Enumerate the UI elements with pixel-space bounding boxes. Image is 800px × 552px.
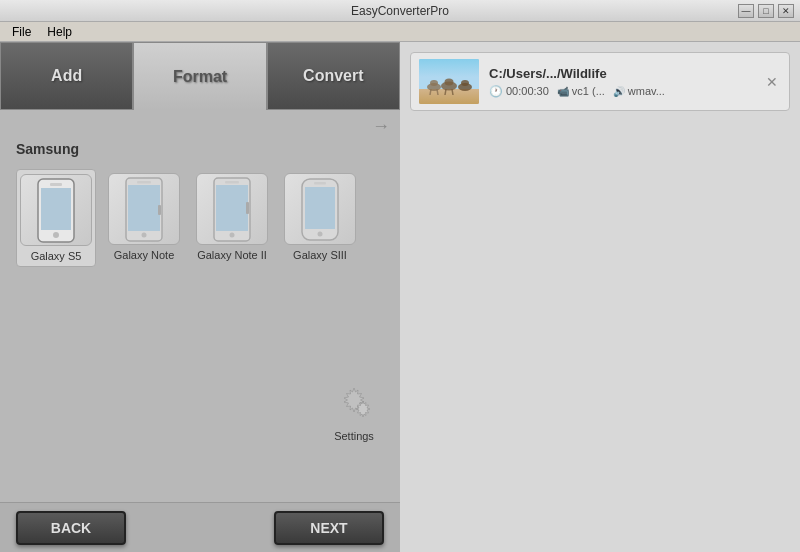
file-close-button[interactable]: ✕ (763, 73, 781, 91)
svg-point-11 (230, 232, 235, 237)
svg-rect-1 (41, 188, 71, 230)
svg-rect-17 (314, 182, 326, 185)
svg-point-2 (53, 232, 59, 238)
right-panel: C:/Users/.../Wildlife 🕐 00:00:30 📹 vc1 (… (400, 42, 800, 552)
device-galaxy-note-label: Galaxy Note (114, 249, 175, 261)
svg-rect-5 (128, 185, 160, 231)
next-button[interactable]: NEXT (274, 511, 384, 545)
galaxy-note-image (124, 177, 164, 242)
settings-label: Settings (334, 430, 374, 442)
svg-rect-15 (305, 187, 335, 229)
settings-area: Settings (0, 271, 400, 502)
device-galaxy-note-ii[interactable]: Galaxy Note II (192, 169, 272, 267)
svg-point-23 (430, 80, 438, 86)
audio-codec-meta: 🔊 wmav... (613, 85, 665, 97)
main-content: Add Format Convert → Samsung (0, 42, 800, 552)
svg-point-27 (445, 79, 454, 86)
settings-icon (324, 370, 384, 430)
menubar: File Help (0, 22, 800, 42)
window-controls: — □ ✕ (738, 4, 794, 18)
tabs-container: Add Format Convert (0, 42, 400, 110)
svg-rect-13 (246, 202, 249, 214)
device-galaxy-note[interactable]: Galaxy Note (104, 169, 184, 267)
svg-rect-12 (225, 181, 239, 184)
file-path: C:/Users/.../Wildlife (489, 66, 753, 81)
svg-point-6 (142, 232, 147, 237)
svg-rect-8 (158, 205, 161, 215)
device-galaxy-s5-label: Galaxy S5 (31, 250, 82, 262)
maximize-button[interactable]: □ (758, 4, 774, 18)
file-item: C:/Users/.../Wildlife 🕐 00:00:30 📹 vc1 (… (410, 52, 790, 111)
file-thumbnail (419, 59, 479, 104)
tab-format[interactable]: Format (133, 42, 266, 110)
svg-line-29 (452, 89, 453, 95)
svg-rect-21 (419, 89, 479, 104)
audio-icon: 🔊 (613, 86, 625, 97)
galaxy-siii-image (300, 177, 340, 242)
galaxy-note-ii-image (212, 177, 252, 242)
device-galaxy-s5[interactable]: Galaxy S5 (16, 169, 96, 267)
file-info: C:/Users/.../Wildlife 🕐 00:00:30 📹 vc1 (… (489, 66, 753, 98)
menu-file[interactable]: File (4, 23, 39, 41)
svg-point-31 (461, 80, 469, 86)
duration-meta: 🕐 00:00:30 (489, 85, 549, 98)
svg-rect-7 (137, 181, 151, 184)
device-galaxy-siii-label: Galaxy SIII (293, 249, 347, 261)
tab-convert[interactable]: Convert (267, 42, 400, 110)
back-button[interactable]: BACK (16, 511, 126, 545)
device-galaxy-siii[interactable]: Galaxy SIII (280, 169, 360, 267)
left-panel: Add Format Convert → Samsung (0, 42, 400, 552)
svg-line-25 (437, 89, 438, 95)
navigation-arrow: → (0, 110, 400, 137)
menu-help[interactable]: Help (39, 23, 80, 41)
bottom-buttons: BACK NEXT (0, 502, 400, 552)
settings-button[interactable]: Settings (324, 370, 384, 442)
video-icon: 📹 (557, 86, 569, 97)
svg-line-24 (430, 89, 431, 95)
minimize-button[interactable]: — (738, 4, 754, 18)
galaxy-s5-image (36, 178, 76, 243)
section-label: Samsung (0, 137, 400, 165)
device-grid: Galaxy S5 Galaxy Note (0, 165, 400, 271)
titlebar: EasyConverterPro — □ ✕ (0, 0, 800, 22)
clock-icon: 🕐 (489, 85, 503, 98)
svg-point-16 (318, 231, 323, 236)
close-button[interactable]: ✕ (778, 4, 794, 18)
arrow-icon: → (372, 116, 390, 137)
file-meta: 🕐 00:00:30 📹 vc1 (... 🔊 wmav... (489, 85, 753, 98)
device-galaxy-note-ii-label: Galaxy Note II (197, 249, 267, 261)
video-codec-meta: 📹 vc1 (... (557, 85, 605, 97)
svg-rect-3 (50, 183, 62, 186)
app-title: EasyConverterPro (351, 4, 449, 18)
svg-rect-10 (216, 185, 248, 231)
tab-add[interactable]: Add (0, 42, 133, 110)
svg-line-28 (445, 89, 446, 95)
